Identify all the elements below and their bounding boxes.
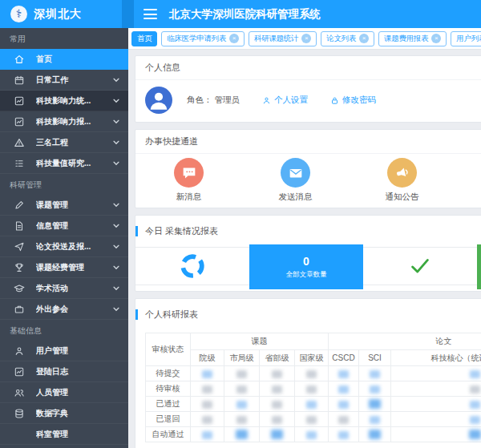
blurred-value[interactable]: [370, 416, 380, 424]
table-cell[interactable]: [329, 381, 359, 397]
table-cell[interactable]: [260, 397, 295, 412]
blurred-value[interactable]: [470, 401, 480, 409]
sidebar-item[interactable]: 三名工程: [0, 132, 128, 153]
blurred-value[interactable]: [272, 370, 282, 378]
blurred-value[interactable]: [338, 370, 349, 378]
table-cell[interactable]: [295, 397, 329, 412]
blurred-value[interactable]: [306, 401, 317, 409]
tab-close-icon[interactable]: ×: [359, 34, 369, 43]
menu-toggle-icon[interactable]: [143, 9, 157, 19]
blurred-value[interactable]: [272, 401, 282, 409]
sidebar-item[interactable]: 学术活动: [0, 278, 128, 299]
blurred-value[interactable]: [469, 430, 481, 439]
table-cell[interactable]: [359, 427, 391, 442]
blurred-value[interactable]: [338, 401, 349, 409]
tab-课题费用报表[interactable]: 课题费用报表×: [378, 31, 447, 46]
sidebar-item[interactable]: 权限管理: [0, 445, 128, 448]
blurred-value[interactable]: [272, 385, 282, 394]
table-cell[interactable]: [224, 366, 260, 381]
blurred-value[interactable]: [202, 370, 212, 378]
quick-channel-发送消息[interactable]: 发送消息: [242, 158, 349, 202]
blurred-value[interactable]: [236, 430, 248, 439]
tab-科研课题统计[interactable]: 科研课题统计×: [249, 31, 317, 46]
table-cell[interactable]: [191, 366, 224, 381]
blurred-value[interactable]: [202, 416, 212, 424]
blurred-value[interactable]: [470, 416, 480, 424]
sidebar-item[interactable]: 外出参会: [0, 299, 128, 320]
table-cell[interactable]: [359, 412, 391, 427]
tab-close-icon[interactable]: ×: [431, 34, 441, 43]
table-cell[interactable]: [391, 412, 481, 427]
table-cell[interactable]: [191, 381, 224, 397]
table-cell[interactable]: [224, 427, 260, 442]
blurred-value[interactable]: [306, 370, 317, 378]
table-cell[interactable]: [329, 366, 359, 381]
tab-用户列表[interactable]: 用户列表×: [451, 31, 481, 46]
quick-channel-通知公告[interactable]: 通知公告: [349, 158, 455, 202]
tab-close-icon[interactable]: ×: [229, 34, 239, 43]
table-cell[interactable]: [329, 412, 359, 427]
table-cell[interactable]: [224, 397, 260, 412]
table-cell[interactable]: [295, 412, 329, 427]
table-cell[interactable]: [260, 427, 295, 442]
blurred-value[interactable]: [236, 370, 247, 378]
tab-论文列表[interactable]: 论文列表×: [321, 31, 374, 46]
blurred-value[interactable]: [370, 385, 380, 394]
stat-cell-fill[interactable]: [477, 244, 481, 289]
blurred-value[interactable]: [202, 431, 212, 439]
blurred-value[interactable]: [236, 385, 247, 394]
table-cell[interactable]: [191, 397, 224, 412]
table-cell[interactable]: [260, 412, 295, 427]
quick-channel-新消息[interactable]: 新消息: [135, 158, 242, 202]
blurred-value[interactable]: [369, 399, 381, 409]
blurred-value[interactable]: [202, 401, 212, 409]
table-cell[interactable]: [295, 427, 329, 442]
sidebar-item[interactable]: 课题经费管理: [0, 257, 128, 278]
table-cell[interactable]: [391, 427, 481, 442]
table-cell[interactable]: [391, 381, 481, 397]
blurred-value[interactable]: [470, 385, 480, 394]
stat-cell-spinner[interactable]: [135, 248, 249, 285]
table-cell[interactable]: [391, 366, 481, 381]
stat-cell-article-count[interactable]: 0全部文章数量: [249, 244, 363, 289]
blurred-value[interactable]: [369, 430, 381, 439]
sidebar-item[interactable]: 人员管理: [0, 382, 128, 403]
sidebar-item[interactable]: 首页: [0, 49, 128, 70]
blurred-value[interactable]: [272, 416, 282, 424]
blurred-value[interactable]: [202, 385, 212, 394]
table-cell[interactable]: [391, 397, 481, 412]
blurred-value[interactable]: [236, 416, 247, 424]
sidebar-item[interactable]: 科室管理: [0, 424, 128, 445]
table-cell[interactable]: [295, 381, 329, 397]
tab-临床医学申请列表[interactable]: 临床医学申请列表×: [161, 31, 245, 46]
stat-cell-check[interactable]: [363, 248, 477, 285]
table-cell[interactable]: [359, 366, 391, 381]
table-cell[interactable]: [295, 366, 329, 381]
sidebar-item[interactable]: 论文投送及报...: [0, 236, 128, 257]
sidebar-item[interactable]: 科技影响力统...: [0, 91, 128, 111]
sidebar-item[interactable]: 信息管理: [0, 216, 128, 236]
sidebar-item[interactable]: 用户管理: [0, 341, 128, 361]
blurred-value[interactable]: [370, 370, 380, 378]
sidebar-item[interactable]: 科技量值研究...: [0, 153, 128, 174]
tab-首页[interactable]: 首页: [131, 31, 157, 46]
table-cell[interactable]: [224, 381, 260, 397]
sidebar-item[interactable]: 科技影响力报...: [0, 111, 128, 132]
sidebar-item[interactable]: 课题管理: [0, 195, 128, 216]
tab-close-icon[interactable]: ×: [301, 34, 311, 43]
table-cell[interactable]: [329, 397, 359, 412]
table-cell[interactable]: [191, 412, 224, 427]
table-cell[interactable]: [260, 381, 295, 397]
change-password-link[interactable]: 修改密码: [330, 95, 376, 106]
table-cell[interactable]: [260, 366, 295, 381]
blurred-value[interactable]: [236, 401, 247, 409]
blurred-value[interactable]: [306, 385, 317, 394]
blurred-value[interactable]: [271, 430, 283, 439]
blurred-value[interactable]: [306, 431, 317, 439]
personal-settings-link[interactable]: 个人设置: [262, 95, 308, 106]
blurred-value[interactable]: [470, 370, 480, 378]
blurred-value[interactable]: [306, 416, 317, 424]
sidebar-item[interactable]: 日常工作: [0, 70, 128, 91]
table-cell[interactable]: [359, 397, 391, 412]
blurred-value[interactable]: [338, 385, 349, 394]
